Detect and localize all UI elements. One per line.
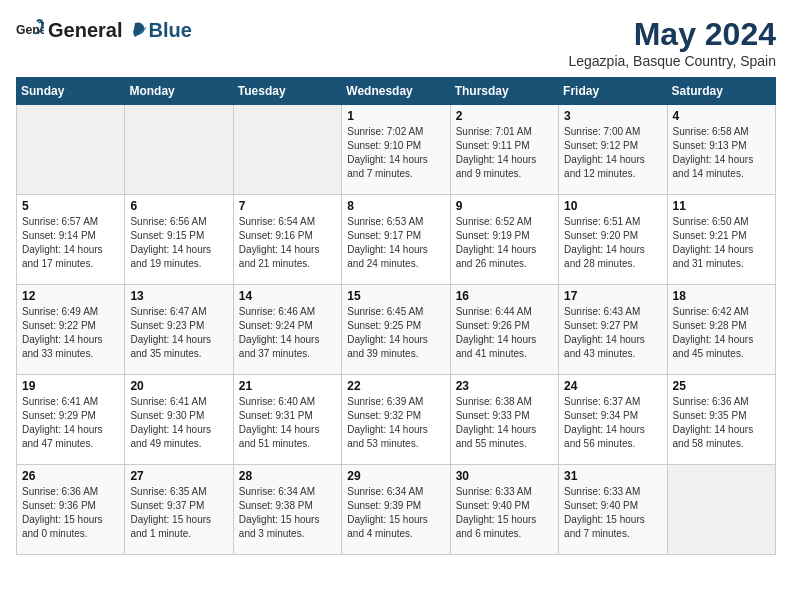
weekday-header: Saturday — [667, 78, 775, 105]
day-number: 12 — [22, 289, 119, 303]
day-number: 15 — [347, 289, 444, 303]
day-number: 1 — [347, 109, 444, 123]
calendar-day-cell: 29Sunrise: 6:34 AM Sunset: 9:39 PM Dayli… — [342, 465, 450, 555]
day-info: Sunrise: 6:47 AM Sunset: 9:23 PM Dayligh… — [130, 305, 227, 361]
calendar-body: 1Sunrise: 7:02 AM Sunset: 9:10 PM Daylig… — [17, 105, 776, 555]
day-number: 6 — [130, 199, 227, 213]
day-info: Sunrise: 7:01 AM Sunset: 9:11 PM Dayligh… — [456, 125, 553, 181]
day-number: 5 — [22, 199, 119, 213]
calendar-week-row: 5Sunrise: 6:57 AM Sunset: 9:14 PM Daylig… — [17, 195, 776, 285]
weekday-header: Thursday — [450, 78, 558, 105]
day-info: Sunrise: 6:57 AM Sunset: 9:14 PM Dayligh… — [22, 215, 119, 271]
calendar-day-cell: 22Sunrise: 6:39 AM Sunset: 9:32 PM Dayli… — [342, 375, 450, 465]
day-number: 9 — [456, 199, 553, 213]
weekday-header: Sunday — [17, 78, 125, 105]
page-header: General General Blue May 2024 Legazpia, … — [16, 16, 776, 69]
logo-bird-icon — [124, 19, 146, 41]
day-number: 10 — [564, 199, 661, 213]
calendar-day-cell: 6Sunrise: 6:56 AM Sunset: 9:15 PM Daylig… — [125, 195, 233, 285]
day-number: 27 — [130, 469, 227, 483]
calendar-week-row: 12Sunrise: 6:49 AM Sunset: 9:22 PM Dayli… — [17, 285, 776, 375]
calendar-day-cell: 28Sunrise: 6:34 AM Sunset: 9:38 PM Dayli… — [233, 465, 341, 555]
calendar-day-cell — [17, 105, 125, 195]
day-number: 31 — [564, 469, 661, 483]
calendar-day-cell: 17Sunrise: 6:43 AM Sunset: 9:27 PM Dayli… — [559, 285, 667, 375]
day-info: Sunrise: 6:56 AM Sunset: 9:15 PM Dayligh… — [130, 215, 227, 271]
day-info: Sunrise: 6:33 AM Sunset: 9:40 PM Dayligh… — [456, 485, 553, 541]
day-info: Sunrise: 6:41 AM Sunset: 9:30 PM Dayligh… — [130, 395, 227, 451]
calendar-day-cell — [233, 105, 341, 195]
calendar-week-row: 19Sunrise: 6:41 AM Sunset: 9:29 PM Dayli… — [17, 375, 776, 465]
calendar-day-cell: 8Sunrise: 6:53 AM Sunset: 9:17 PM Daylig… — [342, 195, 450, 285]
calendar-day-cell: 20Sunrise: 6:41 AM Sunset: 9:30 PM Dayli… — [125, 375, 233, 465]
day-number: 18 — [673, 289, 770, 303]
calendar-day-cell: 9Sunrise: 6:52 AM Sunset: 9:19 PM Daylig… — [450, 195, 558, 285]
weekday-header: Monday — [125, 78, 233, 105]
calendar-week-row: 1Sunrise: 7:02 AM Sunset: 9:10 PM Daylig… — [17, 105, 776, 195]
calendar-header: SundayMondayTuesdayWednesdayThursdayFrid… — [17, 78, 776, 105]
day-number: 26 — [22, 469, 119, 483]
day-info: Sunrise: 6:35 AM Sunset: 9:37 PM Dayligh… — [130, 485, 227, 541]
calendar-day-cell: 5Sunrise: 6:57 AM Sunset: 9:14 PM Daylig… — [17, 195, 125, 285]
day-number: 7 — [239, 199, 336, 213]
day-info: Sunrise: 6:45 AM Sunset: 9:25 PM Dayligh… — [347, 305, 444, 361]
calendar-day-cell: 27Sunrise: 6:35 AM Sunset: 9:37 PM Dayli… — [125, 465, 233, 555]
header-row: SundayMondayTuesdayWednesdayThursdayFrid… — [17, 78, 776, 105]
calendar-day-cell: 21Sunrise: 6:40 AM Sunset: 9:31 PM Dayli… — [233, 375, 341, 465]
calendar-day-cell: 23Sunrise: 6:38 AM Sunset: 9:33 PM Dayli… — [450, 375, 558, 465]
day-info: Sunrise: 6:51 AM Sunset: 9:20 PM Dayligh… — [564, 215, 661, 271]
calendar-day-cell: 16Sunrise: 6:44 AM Sunset: 9:26 PM Dayli… — [450, 285, 558, 375]
calendar-day-cell: 13Sunrise: 6:47 AM Sunset: 9:23 PM Dayli… — [125, 285, 233, 375]
day-info: Sunrise: 6:38 AM Sunset: 9:33 PM Dayligh… — [456, 395, 553, 451]
location-subtitle: Legazpia, Basque Country, Spain — [568, 53, 776, 69]
day-info: Sunrise: 6:54 AM Sunset: 9:16 PM Dayligh… — [239, 215, 336, 271]
day-info: Sunrise: 6:34 AM Sunset: 9:38 PM Dayligh… — [239, 485, 336, 541]
day-number: 11 — [673, 199, 770, 213]
day-info: Sunrise: 6:44 AM Sunset: 9:26 PM Dayligh… — [456, 305, 553, 361]
day-info: Sunrise: 6:49 AM Sunset: 9:22 PM Dayligh… — [22, 305, 119, 361]
weekday-header: Tuesday — [233, 78, 341, 105]
day-number: 28 — [239, 469, 336, 483]
day-info: Sunrise: 6:50 AM Sunset: 9:21 PM Dayligh… — [673, 215, 770, 271]
day-number: 24 — [564, 379, 661, 393]
day-info: Sunrise: 7:00 AM Sunset: 9:12 PM Dayligh… — [564, 125, 661, 181]
calendar-day-cell: 14Sunrise: 6:46 AM Sunset: 9:24 PM Dayli… — [233, 285, 341, 375]
logo: General General Blue — [16, 16, 192, 44]
day-info: Sunrise: 6:46 AM Sunset: 9:24 PM Dayligh… — [239, 305, 336, 361]
day-info: Sunrise: 7:02 AM Sunset: 9:10 PM Dayligh… — [347, 125, 444, 181]
day-info: Sunrise: 6:52 AM Sunset: 9:19 PM Dayligh… — [456, 215, 553, 271]
calendar-day-cell: 25Sunrise: 6:36 AM Sunset: 9:35 PM Dayli… — [667, 375, 775, 465]
svg-text:General: General — [16, 23, 44, 37]
calendar-day-cell: 3Sunrise: 7:00 AM Sunset: 9:12 PM Daylig… — [559, 105, 667, 195]
day-info: Sunrise: 6:34 AM Sunset: 9:39 PM Dayligh… — [347, 485, 444, 541]
weekday-header: Friday — [559, 78, 667, 105]
logo-icon: General — [16, 16, 44, 44]
calendar-day-cell: 10Sunrise: 6:51 AM Sunset: 9:20 PM Dayli… — [559, 195, 667, 285]
calendar-day-cell: 31Sunrise: 6:33 AM Sunset: 9:40 PM Dayli… — [559, 465, 667, 555]
calendar-day-cell: 18Sunrise: 6:42 AM Sunset: 9:28 PM Dayli… — [667, 285, 775, 375]
day-number: 19 — [22, 379, 119, 393]
day-info: Sunrise: 6:53 AM Sunset: 9:17 PM Dayligh… — [347, 215, 444, 271]
day-info: Sunrise: 6:37 AM Sunset: 9:34 PM Dayligh… — [564, 395, 661, 451]
day-info: Sunrise: 6:43 AM Sunset: 9:27 PM Dayligh… — [564, 305, 661, 361]
day-info: Sunrise: 6:36 AM Sunset: 9:36 PM Dayligh… — [22, 485, 119, 541]
calendar-day-cell: 11Sunrise: 6:50 AM Sunset: 9:21 PM Dayli… — [667, 195, 775, 285]
day-info: Sunrise: 6:40 AM Sunset: 9:31 PM Dayligh… — [239, 395, 336, 451]
title-block: May 2024 Legazpia, Basque Country, Spain — [568, 16, 776, 69]
calendar-day-cell: 7Sunrise: 6:54 AM Sunset: 9:16 PM Daylig… — [233, 195, 341, 285]
day-number: 21 — [239, 379, 336, 393]
calendar-day-cell: 24Sunrise: 6:37 AM Sunset: 9:34 PM Dayli… — [559, 375, 667, 465]
calendar-day-cell: 26Sunrise: 6:36 AM Sunset: 9:36 PM Dayli… — [17, 465, 125, 555]
day-info: Sunrise: 6:39 AM Sunset: 9:32 PM Dayligh… — [347, 395, 444, 451]
day-number: 20 — [130, 379, 227, 393]
day-info: Sunrise: 6:58 AM Sunset: 9:13 PM Dayligh… — [673, 125, 770, 181]
day-number: 13 — [130, 289, 227, 303]
calendar-day-cell: 1Sunrise: 7:02 AM Sunset: 9:10 PM Daylig… — [342, 105, 450, 195]
weekday-header: Wednesday — [342, 78, 450, 105]
calendar-day-cell: 15Sunrise: 6:45 AM Sunset: 9:25 PM Dayli… — [342, 285, 450, 375]
calendar-day-cell: 2Sunrise: 7:01 AM Sunset: 9:11 PM Daylig… — [450, 105, 558, 195]
day-number: 14 — [239, 289, 336, 303]
day-number: 30 — [456, 469, 553, 483]
calendar-table: SundayMondayTuesdayWednesdayThursdayFrid… — [16, 77, 776, 555]
day-number: 16 — [456, 289, 553, 303]
